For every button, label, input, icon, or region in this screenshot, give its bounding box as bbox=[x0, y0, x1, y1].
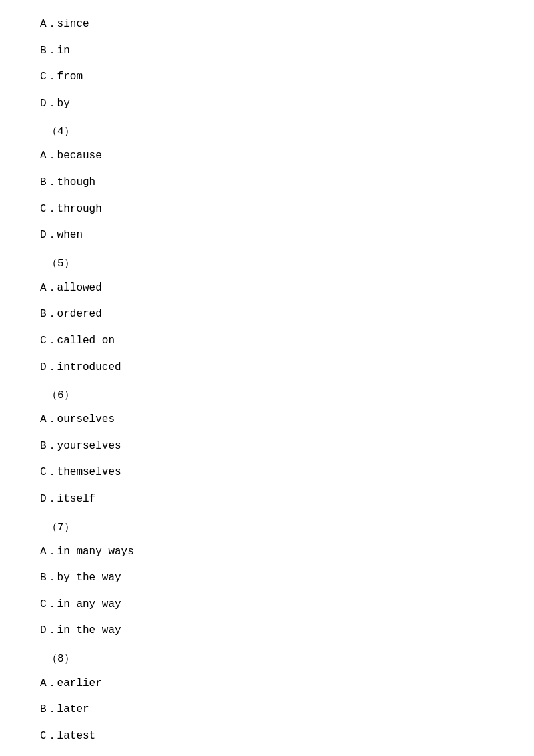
option-4-1[interactable]: B．by the way bbox=[40, 567, 494, 590]
option-0-2[interactable]: C．from bbox=[40, 66, 494, 89]
option-0-0[interactable]: A．since bbox=[40, 13, 494, 36]
section-label-5: （8） bbox=[47, 652, 494, 666]
option-2-1[interactable]: B．ordered bbox=[40, 303, 494, 326]
option-5-3[interactable]: D．last bbox=[40, 752, 494, 756]
option-3-3[interactable]: D．itself bbox=[40, 488, 494, 511]
option-2-0[interactable]: A．allowed bbox=[40, 277, 494, 300]
option-2-2[interactable]: C．called on bbox=[40, 330, 494, 353]
option-1-1[interactable]: B．though bbox=[40, 172, 494, 194]
option-0-3[interactable]: D．by bbox=[40, 93, 494, 116]
option-3-2[interactable]: C．themselves bbox=[40, 461, 494, 484]
option-5-1[interactable]: B．later bbox=[40, 699, 494, 721]
section-label-3: （6） bbox=[47, 388, 494, 402]
option-4-3[interactable]: D．in the way bbox=[40, 620, 494, 642]
option-0-1[interactable]: B．in bbox=[40, 40, 494, 63]
option-5-0[interactable]: A．earlier bbox=[40, 673, 494, 695]
option-1-2[interactable]: C．through bbox=[40, 198, 494, 221]
section-label-2: （5） bbox=[47, 256, 494, 270]
option-1-0[interactable]: A．because bbox=[40, 145, 494, 168]
section-label-1: （4） bbox=[47, 124, 494, 138]
option-4-2[interactable]: C．in any way bbox=[40, 594, 494, 616]
page-content: A．sinceB．inC．fromD．by（4）A．becauseB．thoug… bbox=[40, 13, 494, 756]
option-4-0[interactable]: A．in many ways bbox=[40, 541, 494, 564]
option-1-3[interactable]: D．when bbox=[40, 224, 494, 247]
option-3-1[interactable]: B．yourselves bbox=[40, 435, 494, 458]
option-5-2[interactable]: C．latest bbox=[40, 725, 494, 748]
section-label-4: （7） bbox=[47, 520, 494, 534]
option-2-3[interactable]: D．introduced bbox=[40, 357, 494, 379]
option-3-0[interactable]: A．ourselves bbox=[40, 409, 494, 431]
